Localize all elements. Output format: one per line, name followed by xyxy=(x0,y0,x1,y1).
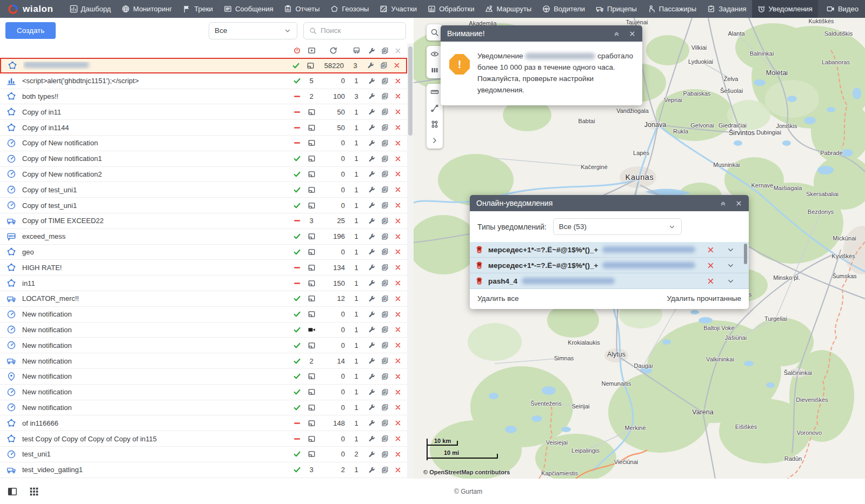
copy-icon[interactable] xyxy=(378,404,391,411)
nav-tab-geofences[interactable]: Геозоны xyxy=(325,0,374,18)
edit-icon[interactable] xyxy=(365,295,378,303)
nav-tab-reports[interactable]: Отчеты xyxy=(278,0,325,18)
table-row[interactable]: test Copy of Copy of Copy of Copy of in1… xyxy=(0,431,407,447)
online-popup-header[interactable]: Онлайн-уведомления xyxy=(470,195,749,211)
status-enabled-icon[interactable] xyxy=(290,248,304,256)
delete-icon[interactable] xyxy=(391,311,404,318)
table-row[interactable]: HIGH RATE!1341 xyxy=(0,260,407,275)
delete-icon[interactable] xyxy=(391,233,404,240)
status-enabled-icon[interactable] xyxy=(290,170,304,178)
search-input[interactable] xyxy=(321,26,400,35)
table-row[interactable]: Copy of in11501 xyxy=(0,104,407,120)
copy-icon[interactable] xyxy=(378,419,391,427)
table-row[interactable]: in111501 xyxy=(0,275,407,291)
delete-icon[interactable] xyxy=(391,373,404,380)
edit-icon[interactable] xyxy=(365,466,378,474)
edit-icon[interactable] xyxy=(365,108,378,116)
nav-tab-video[interactable]: Видео xyxy=(818,0,865,18)
nav-tab-monitoring[interactable]: Мониторинг xyxy=(116,0,177,18)
delete-icon[interactable] xyxy=(391,155,404,163)
delete-icon[interactable] xyxy=(391,451,404,458)
copy-icon[interactable] xyxy=(378,311,391,318)
types-select[interactable]: Все (53) xyxy=(553,218,682,235)
edit-icon[interactable] xyxy=(365,311,378,318)
copy-icon[interactable] xyxy=(378,357,391,365)
delete-icon[interactable] xyxy=(391,326,404,333)
copy-icon[interactable] xyxy=(378,108,391,116)
edit-icon[interactable] xyxy=(365,279,378,287)
online-notification-item[interactable]: pash4_4 xyxy=(470,273,749,289)
copy-icon[interactable] xyxy=(378,186,391,193)
edit-icon[interactable] xyxy=(365,388,378,396)
delete-icon[interactable] xyxy=(391,124,404,131)
status-disabled-icon[interactable] xyxy=(290,279,304,287)
table-row[interactable]: Copy of test_uni101 xyxy=(0,198,407,213)
nav-tab-messages[interactable]: Сообщения xyxy=(218,0,279,18)
table-row[interactable]: LOCATOR_merc!!121 xyxy=(0,291,407,307)
nav-tab-routes[interactable]: Маршруты xyxy=(480,0,537,18)
delete-icon[interactable] xyxy=(391,170,404,178)
toggle-panel-icon[interactable] xyxy=(8,487,17,496)
expand-icon[interactable] xyxy=(727,246,735,254)
collapse-icon[interactable] xyxy=(613,30,620,37)
filter-select[interactable]: Все xyxy=(209,22,297,39)
nav-tab-processing[interactable]: Обработки xyxy=(422,0,480,18)
table-row[interactable]: New notification01 xyxy=(0,400,407,416)
copy-icon[interactable] xyxy=(378,170,391,178)
nav-tab-areas[interactable]: Участки xyxy=(374,0,422,18)
expand-icon[interactable] xyxy=(727,261,735,270)
edit-icon[interactable] xyxy=(365,186,378,193)
copy-icon[interactable] xyxy=(378,233,391,240)
edit-icon[interactable] xyxy=(365,341,378,349)
table-row[interactable]: both types!!21003 xyxy=(0,89,407,105)
apps-grid-icon[interactable] xyxy=(29,487,39,496)
create-button[interactable]: Создать xyxy=(5,22,56,39)
table-row[interactable]: New notification01 xyxy=(0,307,407,322)
copy-icon[interactable] xyxy=(378,77,391,85)
edit-icon[interactable] xyxy=(365,139,378,147)
copy-icon[interactable] xyxy=(378,92,391,100)
close-icon[interactable] xyxy=(735,200,742,207)
copy-icon[interactable] xyxy=(378,201,391,209)
copy-icon[interactable] xyxy=(378,279,391,287)
dismiss-icon[interactable] xyxy=(707,261,715,270)
edit-icon[interactable] xyxy=(365,404,378,411)
copy-icon[interactable] xyxy=(378,264,391,271)
table-row[interactable]: of in1166661481 xyxy=(0,415,407,431)
status-disabled-icon[interactable] xyxy=(290,435,304,443)
nav-tab-notifications[interactable]: Уведомления xyxy=(752,0,818,18)
copy-icon[interactable] xyxy=(378,248,391,256)
delete-icon[interactable] xyxy=(391,201,404,209)
copy-icon[interactable] xyxy=(378,326,391,333)
delete-read-button[interactable]: Удалить прочитанные xyxy=(667,294,741,303)
delete-icon[interactable] xyxy=(391,248,404,256)
edit-icon[interactable] xyxy=(365,201,378,209)
copy-icon[interactable] xyxy=(378,451,391,458)
nav-tab-passengers[interactable]: Пассажиры xyxy=(642,0,702,18)
online-list-scrollbar[interactable] xyxy=(744,244,747,287)
online-notification-item[interactable]: мерседес+1*-=?.Ё~#@1$%*()_+ xyxy=(470,242,749,258)
copy-icon[interactable] xyxy=(378,466,391,474)
copy-icon[interactable] xyxy=(378,435,391,442)
table-row[interactable]: test_video_gatling1321 xyxy=(0,462,407,478)
edit-icon[interactable] xyxy=(365,357,378,365)
status-enabled-icon[interactable] xyxy=(290,357,304,365)
status-enabled-icon[interactable] xyxy=(290,77,304,85)
attention-popup-header[interactable]: Внимание! xyxy=(441,25,642,42)
edit-icon[interactable] xyxy=(365,77,378,85)
map-area[interactable]: AkademijaTaujėnaiKuktiškėsAlantaSaldutiš… xyxy=(414,18,865,479)
expand-icon[interactable] xyxy=(727,277,735,285)
status-enabled-icon[interactable] xyxy=(290,294,304,303)
expand-toolbar-button[interactable] xyxy=(427,132,443,149)
refresh-icon[interactable] xyxy=(319,46,347,55)
table-row[interactable]: New notification01 xyxy=(0,322,407,338)
copy-icon[interactable] xyxy=(378,373,391,380)
delete-icon[interactable] xyxy=(391,404,404,411)
edit-icon[interactable] xyxy=(365,233,378,240)
status-disabled-icon[interactable] xyxy=(290,108,304,116)
status-enabled-icon[interactable] xyxy=(290,372,304,380)
delete-icon[interactable] xyxy=(391,92,404,100)
delete-icon[interactable] xyxy=(391,217,404,225)
table-row[interactable]: MRXexceed_mess1961 xyxy=(0,229,407,245)
table-row[interactable]: Copy of New notification101 xyxy=(0,151,407,167)
